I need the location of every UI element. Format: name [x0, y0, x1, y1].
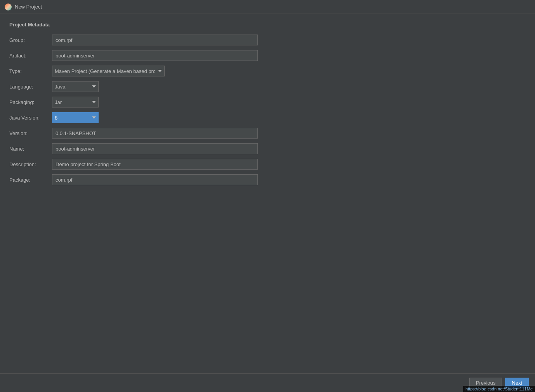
artifact-row: Artifact:: [9, 50, 526, 61]
packaging-select[interactable]: Jar War: [52, 97, 99, 108]
content-area: Project Metadata Group: Artifact: Type: …: [0, 14, 535, 373]
group-label: Group:: [9, 37, 52, 43]
version-row: Version:: [9, 128, 526, 139]
type-row: Type: Maven Project (Generate a Maven ba…: [9, 66, 526, 76]
app-icon: [5, 3, 12, 10]
description-input[interactable]: [52, 159, 258, 170]
packaging-row: Packaging: Jar War: [9, 97, 526, 108]
name-row: Name:: [9, 143, 526, 154]
type-select[interactable]: Maven Project (Generate a Maven based pr…: [52, 66, 165, 76]
artifact-input[interactable]: [52, 50, 258, 61]
java-version-label: Java Version:: [9, 115, 52, 121]
window-title: New Project: [15, 4, 42, 10]
version-input[interactable]: [52, 128, 258, 139]
artifact-label: Artifact:: [9, 53, 52, 59]
next-button[interactable]: Next: [505, 378, 529, 389]
java-version-select[interactable]: 8 11 17 21: [52, 112, 99, 123]
section-title: Project Metadata: [9, 22, 526, 28]
title-bar: New Project: [0, 0, 535, 14]
language-select[interactable]: Java Kotlin Groovy: [52, 81, 99, 92]
package-input[interactable]: [52, 174, 258, 185]
package-row: Package:: [9, 174, 526, 185]
dialog-container: New Project Project Metadata Group: Arti…: [0, 0, 535, 392]
language-label: Language:: [9, 84, 52, 90]
name-label: Name:: [9, 146, 52, 152]
language-row: Language: Java Kotlin Groovy: [9, 81, 526, 92]
packaging-label: Packaging:: [9, 99, 52, 105]
type-label: Type:: [9, 68, 52, 74]
version-label: Version:: [9, 130, 52, 136]
java-version-row: Java Version: 8 11 17 21: [9, 112, 526, 123]
previous-button[interactable]: Previous: [469, 378, 502, 389]
group-input[interactable]: [52, 35, 258, 45]
group-row: Group:: [9, 35, 526, 45]
footer: Previous Next: [0, 373, 535, 392]
name-input[interactable]: [52, 143, 258, 154]
description-label: Description:: [9, 161, 52, 167]
package-label: Package:: [9, 177, 52, 183]
description-row: Description:: [9, 159, 526, 170]
